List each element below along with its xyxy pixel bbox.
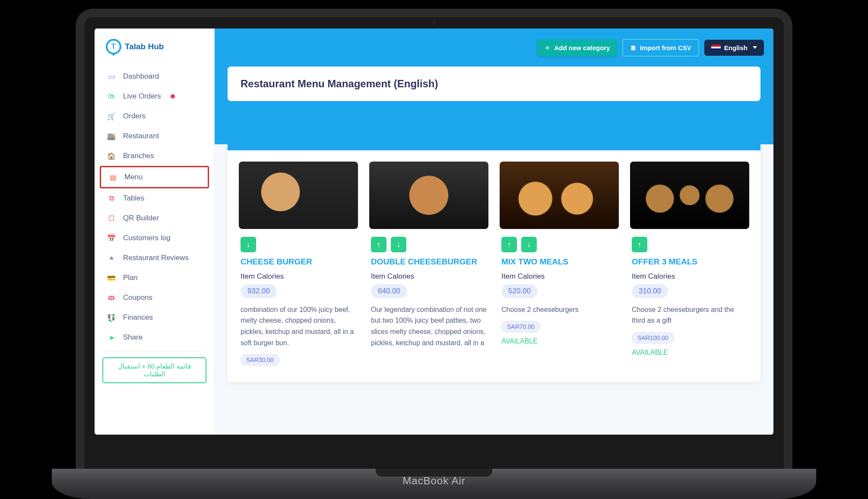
sidebar-item-share[interactable]: ➤Share bbox=[100, 327, 209, 347]
menu-item-image bbox=[500, 162, 619, 229]
chevron-down-icon bbox=[753, 46, 757, 49]
menu-item-title[interactable]: OFFER 3 MEALS bbox=[632, 257, 748, 267]
calories-value: 932.00 bbox=[241, 284, 277, 298]
sidebar-item-label: Restaurant bbox=[123, 132, 159, 140]
sidebar-item-label: QR Builder bbox=[123, 214, 159, 222]
calories-label: Item Calories bbox=[632, 272, 748, 281]
laptop-base: MacBook Air bbox=[52, 469, 816, 499]
sidebar-nav: ▭Dashboard🛍Live Orders🛒Orders🏬Restaurant… bbox=[95, 67, 214, 347]
sidebar-bottom: قائمة الطعام 60 + استقبال الطلبات bbox=[102, 351, 206, 383]
category-card: Beef ＋ ✎ 🗑 ↓ ↓CHEESE BURGERItem Calories… bbox=[228, 118, 760, 382]
move-down-button[interactable]: ↓ bbox=[521, 237, 537, 252]
calories-value: 640.00 bbox=[371, 284, 407, 298]
sidebar-item-qr-builder[interactable]: ☐QR Builder bbox=[100, 208, 209, 228]
reorder-controls: ↑↓ bbox=[371, 237, 487, 252]
menu-item-image bbox=[369, 162, 488, 229]
sidebar: T Talab Hub ▭Dashboard🛍Live Orders🛒Order… bbox=[95, 29, 215, 435]
laptop-model-label: MacBook Air bbox=[402, 475, 466, 486]
menu-item-body: ↓CHEESE BURGERItem Calories932.00combina… bbox=[239, 229, 358, 371]
add-category-button[interactable]: ＋ Add new category bbox=[537, 39, 617, 56]
topbar: ＋ Add new category 🗎 Import from CSV Eng… bbox=[215, 29, 773, 67]
sidebar-item-orders[interactable]: 🛒Orders bbox=[100, 106, 209, 126]
sidebar-item-dashboard[interactable]: ▭Dashboard bbox=[100, 67, 209, 86]
move-down-button[interactable]: ↓ bbox=[241, 237, 256, 252]
move-up-button[interactable]: ↑ bbox=[632, 237, 647, 252]
tables-icon: ⧉ bbox=[108, 194, 115, 202]
menu-item-body: ↑↓MIX TWO MEALSItem Calories520.00Choose… bbox=[500, 229, 619, 345]
sidebar-item-branches[interactable]: 🏠Branches bbox=[100, 146, 209, 166]
menu-item-title[interactable]: MIX TWO MEALS bbox=[501, 257, 617, 267]
move-up-button[interactable]: ↑ bbox=[371, 237, 386, 252]
import-csv-button[interactable]: 🗎 Import from CSV bbox=[622, 39, 699, 57]
sidebar-item-customers-log[interactable]: 📅Customers log bbox=[100, 228, 209, 248]
sidebar-item-label: Dashboard bbox=[123, 72, 159, 81]
file-icon: 🗎 bbox=[630, 44, 637, 51]
sidebar-item-restaurant-reviews[interactable]: ★Restaurant Reviews bbox=[100, 248, 209, 268]
menu-item-image bbox=[239, 162, 358, 229]
restaurant-reviews-icon: ★ bbox=[108, 254, 115, 262]
sidebar-item-finances[interactable]: 💱Finances bbox=[100, 308, 209, 327]
move-down-button[interactable]: ↓ bbox=[391, 237, 406, 252]
menu-item-body: ↑OFFER 3 MEALSItem Calories310.00Choose … bbox=[630, 229, 749, 356]
sidebar-item-plan[interactable]: 💳Plan bbox=[100, 268, 209, 288]
logo[interactable]: T Talab Hub bbox=[95, 33, 214, 67]
notification-dot-icon bbox=[171, 94, 175, 99]
menu-icon: ▤ bbox=[109, 173, 117, 181]
price-badge: SAR30.00 bbox=[241, 354, 279, 366]
laptop-notch bbox=[376, 469, 492, 477]
page-title: Restaurant Menu Management (English) bbox=[228, 67, 760, 101]
coupons-icon: 🎟 bbox=[108, 294, 115, 302]
calories-value: 520.00 bbox=[501, 284, 538, 298]
arabic-plan-button[interactable]: قائمة الطعام 60 + استقبال الطلبات bbox=[102, 357, 206, 383]
calories-label: Item Calories bbox=[241, 272, 356, 281]
logo-text: Talab Hub bbox=[125, 42, 164, 51]
sidebar-item-label: Coupons bbox=[123, 293, 152, 302]
language-selector[interactable]: English bbox=[704, 40, 764, 56]
plan-icon: 💳 bbox=[108, 274, 115, 282]
menu-item-description: combination of our 100% juicy beef, melt… bbox=[241, 304, 356, 348]
dashboard-icon: ▭ bbox=[108, 73, 115, 81]
share-icon: ➤ bbox=[108, 334, 115, 342]
menu-item-image bbox=[630, 162, 749, 229]
sidebar-item-label: Branches bbox=[123, 152, 154, 160]
branches-icon: 🏠 bbox=[108, 152, 115, 160]
reorder-controls: ↑ bbox=[632, 237, 748, 252]
sidebar-item-restaurant[interactable]: 🏬Restaurant bbox=[100, 126, 209, 146]
menu-item-card: ↑↓MIX TWO MEALSItem Calories520.00Choose… bbox=[500, 162, 619, 371]
sidebar-item-label: Finances bbox=[123, 313, 153, 322]
menu-item-title[interactable]: DOUBLE CHEESEBURGER bbox=[371, 257, 487, 267]
menu-item-description: Choose 2 cheeseburgers and the third as … bbox=[632, 304, 748, 326]
logo-mark-icon: T bbox=[106, 39, 121, 54]
sidebar-item-label: Tables bbox=[123, 194, 144, 203]
sidebar-item-label: Customers log bbox=[123, 234, 171, 242]
sidebar-item-menu[interactable]: ▤Menu bbox=[100, 166, 209, 188]
orders-icon: 🛒 bbox=[108, 112, 115, 121]
menu-item-card: ↓CHEESE BURGERItem Calories932.00combina… bbox=[239, 162, 358, 371]
hero-banner: Restaurant Menu Management (English) bbox=[215, 67, 773, 144]
price-badge: SAR100.00 bbox=[632, 332, 674, 343]
live-orders-icon: 🛍 bbox=[108, 92, 115, 100]
sidebar-item-label: Restaurant Reviews bbox=[123, 254, 189, 262]
availability-status: AVAILABLE bbox=[501, 337, 617, 345]
move-up-button[interactable]: ↑ bbox=[501, 237, 517, 252]
laptop-frame: T Talab Hub ▭Dashboard🛍Live Orders🛒Order… bbox=[76, 9, 792, 475]
calories-label: Item Calories bbox=[371, 272, 487, 281]
plus-icon: ＋ bbox=[544, 44, 551, 52]
menu-item-card: ↑↓DOUBLE CHEESEBURGERItem Calories640.00… bbox=[369, 162, 488, 371]
menu-item-body: ↑↓DOUBLE CHEESEBURGERItem Calories640.00… bbox=[369, 229, 488, 354]
sidebar-item-tables[interactable]: ⧉Tables bbox=[100, 188, 209, 208]
availability-status: AVAILABLE bbox=[632, 349, 748, 356]
sidebar-item-live-orders[interactable]: 🛍Live Orders bbox=[100, 86, 209, 106]
calories-value: 310.00 bbox=[632, 284, 668, 298]
camera-dot bbox=[432, 21, 436, 25]
sidebar-item-label: Live Orders bbox=[123, 92, 161, 101]
language-label: English bbox=[724, 44, 748, 51]
import-csv-label: Import from CSV bbox=[640, 44, 691, 51]
sidebar-item-coupons[interactable]: 🎟Coupons bbox=[100, 288, 209, 308]
reorder-controls: ↓ bbox=[241, 237, 356, 252]
sidebar-item-label: Share bbox=[123, 333, 143, 342]
sidebar-item-label: Menu bbox=[124, 173, 143, 181]
menu-item-title[interactable]: CHEESE BURGER bbox=[241, 257, 356, 267]
reorder-controls: ↑↓ bbox=[501, 237, 617, 252]
menu-item-description: Choose 2 cheeseburgers bbox=[501, 304, 617, 315]
